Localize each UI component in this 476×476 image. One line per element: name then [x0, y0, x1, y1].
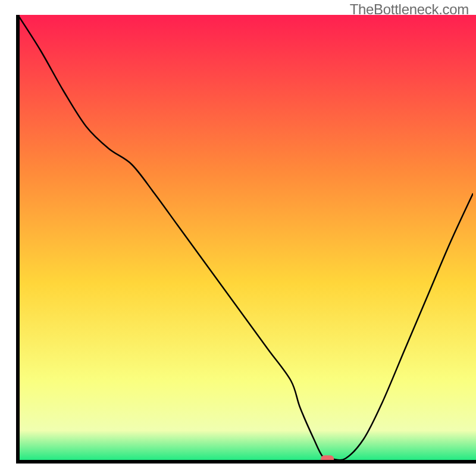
gradient-background: [18, 15, 476, 462]
chart-container: TheBottleneck.com: [0, 0, 476, 476]
watermark-text: TheBottleneck.com: [350, 1, 469, 18]
bottleneck-chart: [0, 0, 476, 476]
